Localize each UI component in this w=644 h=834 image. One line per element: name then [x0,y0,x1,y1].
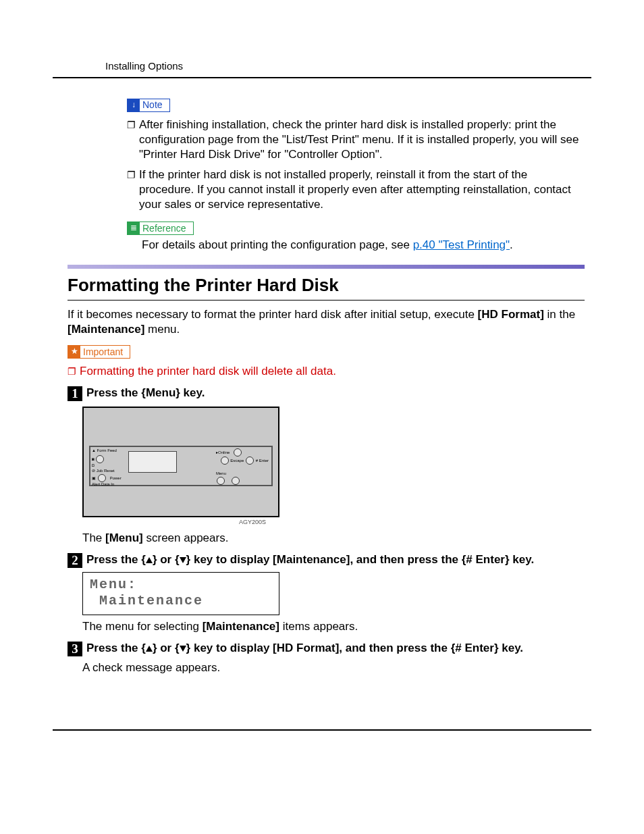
bullet-icon: ❐ [127,167,139,212]
section-heading: Formatting the Printer Hard Disk [68,274,585,297]
footer-rule [53,729,591,731]
star-icon: ★ [68,346,80,358]
printer-control-panel-figure: ▲ Form Feed ◙ ◘ ⊘ Job Reset ▣ Power Aler… [82,407,279,517]
reference-tag: ≣Reference [127,221,194,235]
note-tag: ↓Note [127,99,170,112]
important-item: Formatting the printer hard disk will de… [80,364,336,379]
step-1-text: Press the {Menu} key. [86,386,585,400]
thin-rule [68,300,585,301]
running-header: Installing Options [105,59,591,73]
step-number-2: 2 [68,553,82,568]
step-2-text: Press the {} or {} key to display [Maint… [86,552,585,567]
down-arrow-icon [180,646,186,652]
step-3-text: Press the {} or {} key to display [HD Fo… [86,641,585,656]
down-arrow-icon [180,557,186,563]
down-arrow-icon: ↓ [128,99,140,111]
bullet-icon: ❐ [68,364,80,379]
step-number-3: 3 [68,642,82,656]
note-item: If the printer hard disk is not installe… [139,167,585,212]
step-3-body: A check message appears. [82,660,585,675]
page-icon: ≣ [128,222,140,234]
up-arrow-icon [146,646,153,652]
up-arrow-icon [146,557,153,563]
test-printing-link[interactable]: p.40 "Test Printing" [413,238,510,251]
section-gradient-rule [68,265,585,269]
important-tag: ★Important [68,345,130,359]
header-rule [53,77,591,78]
page-number: 64 [578,734,591,737]
bullet-icon: ❐ [127,118,139,162]
figure-id: AGY200S [82,519,266,527]
step-number-1: 1 [68,386,82,401]
lcd-display: Menu: Maintenance [82,572,279,615]
reference-text: For details about printing the configura… [142,238,413,251]
note-item: After finishing installation, check the … [139,118,585,162]
